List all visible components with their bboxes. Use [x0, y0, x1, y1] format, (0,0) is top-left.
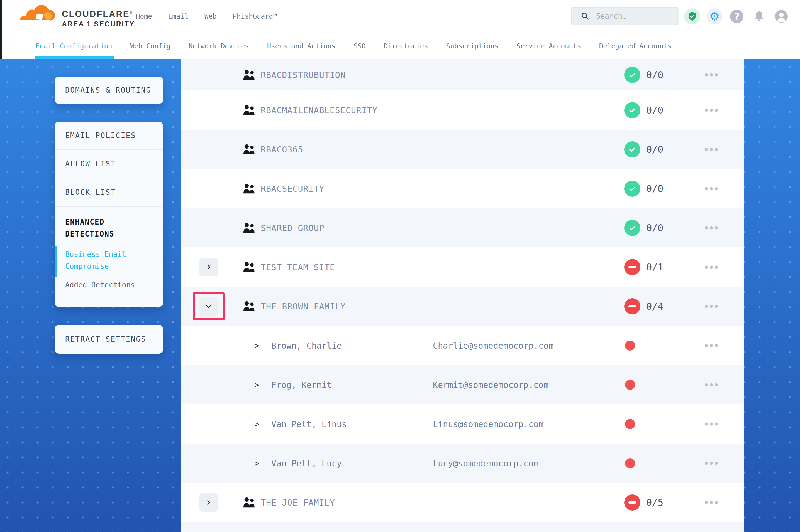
tab-sso[interactable]: SSO — [353, 33, 365, 59]
sidebar-item-allow-list[interactable]: ALLOW LIST — [55, 150, 163, 178]
member-count: 0/0 — [646, 144, 663, 155]
search-input[interactable] — [596, 12, 675, 21]
user-avatar-icon[interactable] — [773, 8, 789, 24]
member-email: Kermit@somedemocorp.com — [433, 380, 548, 390]
primary-nav: Home Email Web PhishGuard™ — [136, 0, 277, 33]
status-blocked-icon — [624, 494, 640, 511]
table-row-group: RBACO365 0/0 — [181, 130, 744, 169]
tab-service-accounts[interactable]: Service Accounts — [517, 33, 581, 59]
member-email: Linus@somedemocorp.com — [433, 419, 543, 429]
status-dot — [625, 380, 635, 390]
row-menu-button[interactable] — [705, 109, 718, 112]
groups-table: RBACDISTRUBUTION 0/0 RBACMAILENABLESECUR… — [181, 59, 744, 532]
member-count: 0/4 — [646, 301, 663, 312]
table-row-partial — [181, 522, 744, 532]
group-name: RBACDISTRUBUTION — [261, 70, 346, 80]
tab-delegated-accounts[interactable]: Delegated Accounts — [599, 33, 672, 59]
sidebar-item-added-detections[interactable]: Added Detections — [65, 281, 153, 289]
table-row-group: TEST TEAM SITE 0/1 — [181, 247, 744, 287]
tab-users-and-actions[interactable]: Users and Actions — [267, 33, 336, 59]
table-row-group: RBACSECURITY 0/0 — [181, 169, 744, 208]
sidebar-item-label: RETRACT SETTINGS — [65, 335, 146, 343]
header-icons: ⚙ ? — [684, 8, 789, 24]
group-icon — [243, 69, 256, 81]
expand-button[interactable] — [199, 493, 218, 512]
row-menu-button[interactable] — [705, 462, 718, 465]
group-name: RBACSECURITY — [261, 184, 325, 193]
nav-web[interactable]: Web — [204, 13, 216, 20]
table-row-member: > Brown, Charlie Charlie@somedemocorp.co… — [181, 326, 744, 365]
chevron-right-icon[interactable]: > — [255, 419, 259, 429]
chevron-right-icon[interactable]: > — [255, 380, 259, 389]
member-count: 0/0 — [646, 222, 663, 233]
row-menu-button[interactable] — [705, 383, 718, 386]
tab-directories[interactable]: Directories — [384, 33, 428, 59]
group-name: THE JOE FAMILY — [261, 497, 335, 507]
shield-check-icon[interactable] — [684, 8, 700, 24]
table-row-group: THE JOE FAMILY 0/5 — [181, 483, 744, 522]
group-name: THE BROWN FAMILY — [261, 301, 346, 311]
expand-button[interactable] — [199, 258, 218, 276]
chevron-right-icon[interactable]: > — [255, 341, 259, 350]
group-icon — [243, 144, 256, 155]
tab-network-devices[interactable]: Network Devices — [188, 33, 249, 59]
status-dot — [625, 341, 635, 350]
cloudflare-logo: CLOUDFLARE® AREA 1 SECURITY — [16, 3, 135, 30]
group-name: RBACO365 — [261, 145, 303, 154]
group-name: TEST TEAM SITE — [261, 262, 335, 272]
row-menu-button[interactable] — [705, 187, 718, 190]
collapse-button[interactable] — [199, 297, 218, 316]
status-dot — [625, 458, 635, 468]
member-count: 0/5 — [646, 497, 663, 508]
sidebar-card-policies: EMAIL POLICIES ALLOW LIST BLOCK LIST ENH… — [55, 121, 163, 307]
group-name: RBACMAILENABLESECURITY — [261, 105, 378, 115]
nav-email[interactable]: Email — [168, 13, 188, 20]
member-name: Van Pelt, Lucy — [271, 458, 342, 468]
row-menu-button[interactable] — [705, 422, 718, 425]
nav-home[interactable]: Home — [136, 13, 152, 20]
gear-icon[interactable]: ⚙ — [706, 8, 723, 24]
row-menu-button[interactable] — [705, 148, 718, 151]
table-row-group: RBACDISTRUBUTION 0/0 — [181, 59, 744, 91]
search-box[interactable] — [571, 7, 679, 25]
row-menu-button[interactable] — [705, 344, 718, 347]
member-email: Charlie@somedemocorp.com — [433, 341, 553, 350]
sidebar-item-business-email-compromise[interactable]: Business Email Compromise — [65, 248, 143, 272]
member-count: 0/0 — [646, 69, 663, 80]
group-icon — [243, 183, 256, 194]
bell-icon[interactable] — [751, 8, 767, 24]
chevron-right-icon[interactable]: > — [255, 458, 259, 468]
table-row-group: RBACMAILENABLESECURITY 0/0 — [181, 91, 744, 130]
group-icon — [243, 497, 256, 508]
search-icon — [581, 12, 589, 20]
table-row-member: > Frog, Kermit Kermit@somedemocorp.com — [181, 365, 744, 404]
row-menu-button[interactable] — [705, 226, 718, 229]
tab-subscriptions[interactable]: Subscriptions — [446, 33, 498, 59]
cloudflare-cloud-icon — [16, 3, 58, 30]
nav-phishguard[interactable]: PhishGuard™ — [233, 13, 277, 20]
status-ok-icon — [624, 220, 640, 236]
row-menu-button[interactable] — [705, 74, 718, 77]
sidebar-section-enhanced-detections: ENHANCED DETECTIONS Business Email Compr… — [55, 207, 163, 289]
top-header: CLOUDFLARE® AREA 1 SECURITY Home Email W… — [0, 0, 800, 33]
row-menu-button[interactable] — [705, 305, 718, 308]
row-menu-button[interactable] — [705, 501, 718, 504]
sidebar-card-domains-routing[interactable]: DOMAINS & ROUTING — [55, 77, 163, 104]
brand-name: CLOUDFLARE® — [62, 7, 135, 20]
member-name: Frog, Kermit — [271, 380, 332, 390]
tab-email-configuration[interactable]: Email Configuration — [36, 33, 112, 59]
sidebar-item-email-policies[interactable]: EMAIL POLICIES — [55, 121, 163, 150]
group-icon — [243, 261, 256, 273]
member-count: 0/1 — [646, 262, 663, 273]
group-icon — [243, 301, 256, 312]
help-icon[interactable]: ? — [730, 10, 743, 23]
tab-web-config[interactable]: Web Config — [130, 33, 171, 59]
row-menu-button[interactable] — [705, 265, 718, 268]
table-row-group: SHARED_GROUP 0/0 — [181, 208, 744, 247]
sidebar-card-retract-settings[interactable]: RETRACT SETTINGS — [55, 325, 163, 354]
sidebar-item-block-list[interactable]: BLOCK LIST — [55, 178, 163, 207]
member-name: Van Pelt, Linus — [271, 419, 347, 429]
enhanced-detections-title: ENHANCED DETECTIONS — [65, 216, 138, 240]
status-dot — [625, 419, 635, 429]
status-blocked-icon — [624, 259, 640, 275]
